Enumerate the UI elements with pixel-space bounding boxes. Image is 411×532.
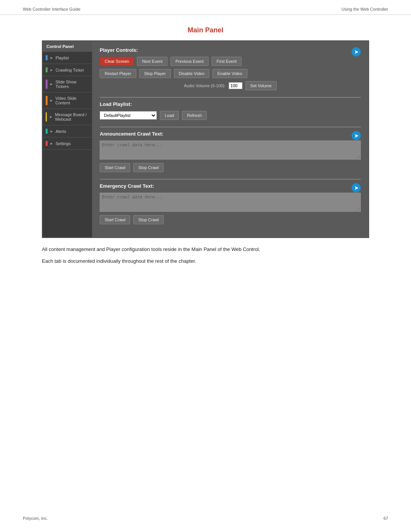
stop-player-button[interactable]: Stop Player	[139, 69, 171, 78]
sidebar-item-alerts[interactable]: ► Alerts	[43, 125, 92, 137]
sidebar-item-playlist[interactable]: ► Playlist	[43, 52, 92, 64]
main-panel-screenshot: Control Panel ► Playlist ► Crawling Tick…	[42, 40, 369, 238]
emergency-crawl-textarea[interactable]	[100, 193, 361, 212]
slideshow-tickers-color-bar	[46, 80, 48, 89]
alerts-color-bar	[46, 129, 48, 134]
divider-1	[100, 97, 361, 97]
player-controls-section: Player Controls: ➤ Clear Screen Next Eve…	[100, 47, 361, 90]
next-event-button[interactable]: Next Event	[137, 57, 167, 66]
announcement-crawl-section: Announcement Crawl Text: ➤ Start Crawl S…	[100, 131, 361, 172]
divider-3	[100, 179, 361, 179]
sidebar-item-settings[interactable]: ► Settings	[43, 137, 92, 150]
volume-row: Audio Volume (0-100): Set Volume	[100, 81, 361, 90]
player-controls-info-icon[interactable]: ➤	[352, 47, 361, 56]
start-crawl-button-announcement[interactable]: Start Crawl	[100, 163, 130, 172]
sidebar-item-video-slide[interactable]: ► Video Slide Content	[43, 93, 92, 109]
sidebar-header: Control Panel	[43, 41, 92, 52]
set-volume-button[interactable]: Set Volume	[245, 81, 277, 90]
volume-input[interactable]	[229, 82, 242, 89]
announcement-crawl-title: Announcement Crawl Text:	[100, 131, 361, 137]
page-content: Main Panel Control Panel ► Playlist ► Cr…	[0, 15, 411, 284]
sidebar-item-label-playlist: Playlist	[56, 56, 69, 60]
stop-crawl-button-announcement[interactable]: Stop Crawl	[133, 163, 164, 172]
sidebar-item-label-crawling-ticker: Crawling Ticker	[56, 68, 84, 72]
sidebar-item-label-settings: Settings	[56, 141, 71, 146]
playlist-row: DefaultPlaylist Load Refresh	[100, 111, 361, 120]
alerts-arrow: ►	[50, 129, 53, 133]
sidebar-item-slideshow-tickers[interactable]: ► Slide Show Tickers	[43, 76, 92, 93]
clear-screen-button[interactable]: Clear Screen	[100, 57, 134, 66]
sidebar-item-label-video-slide: Video Slide Content	[55, 96, 89, 105]
load-playlist-title: Load Playlist:	[100, 101, 361, 107]
sidebar-item-label-alerts: Alerts	[56, 129, 66, 134]
playlist-color-bar	[46, 55, 48, 60]
video-slide-arrow: ►	[50, 99, 53, 102]
emergency-crawl-buttons: Start Crawl Stop Crawl	[100, 215, 361, 224]
disable-video-button[interactable]: Disable Video	[174, 69, 210, 78]
description-block: All content management and Player config…	[42, 246, 369, 265]
settings-arrow: ►	[50, 142, 53, 145]
header-right: Using the Web Controller	[341, 7, 388, 11]
description-line1: All content management and Player config…	[42, 246, 369, 254]
playlist-select[interactable]: DefaultPlaylist	[100, 111, 157, 120]
start-crawl-button-emergency[interactable]: Start Crawl	[100, 215, 130, 224]
settings-color-bar	[46, 141, 48, 146]
slideshow-tickers-arrow: ►	[50, 82, 53, 86]
sidebar-item-label-slideshow-tickers: Slide Show Tickers	[56, 80, 89, 89]
playlist-arrow: ►	[50, 56, 53, 60]
footer-left: Polycom, Inc.	[23, 516, 48, 521]
restart-player-button[interactable]: Restart Player	[100, 69, 136, 78]
sidebar-header-text: Control Panel	[46, 44, 74, 49]
previous-event-button[interactable]: Previous Event	[170, 57, 209, 66]
announcement-crawl-buttons: Start Crawl Stop Crawl	[100, 163, 361, 172]
crawling-ticker-color-bar	[46, 67, 48, 72]
player-controls-title: Player Controls:	[100, 47, 361, 53]
announcement-crawl-info-icon[interactable]: ➤	[352, 131, 361, 140]
page-title: Main Panel	[23, 26, 388, 34]
sidebar-item-crawling-ticker[interactable]: ► Crawling Ticker	[43, 64, 92, 76]
enable-video-button[interactable]: Enable Video	[212, 69, 247, 78]
emergency-crawl-title: Emergency Crawl Text:	[100, 183, 361, 189]
crawling-ticker-arrow: ►	[50, 68, 53, 72]
stop-crawl-button-emergency[interactable]: Stop Crawl	[133, 215, 164, 224]
first-event-button[interactable]: First Event	[212, 57, 242, 66]
page-footer: Polycom, Inc. 67	[23, 516, 388, 521]
divider-2	[100, 127, 361, 127]
refresh-playlist-button[interactable]: Refresh	[182, 111, 207, 120]
volume-label: Audio Volume (0-100):	[184, 83, 225, 88]
player-controls-row1: Clear Screen Next Event Previous Event F…	[100, 57, 361, 66]
load-playlist-button[interactable]: Load	[160, 111, 179, 120]
video-slide-color-bar	[46, 96, 48, 105]
emergency-crawl-section: Emergency Crawl Text: ➤ Start Crawl Stop…	[100, 183, 361, 224]
emergency-crawl-info-icon[interactable]: ➤	[352, 183, 361, 192]
sidebar: Control Panel ► Playlist ► Crawling Tick…	[43, 41, 92, 237]
player-controls-row2: Restart Player Stop Player Disable Video…	[100, 69, 361, 78]
message-board-arrow: ►	[49, 115, 53, 119]
main-content-area: Player Controls: ➤ Clear Screen Next Eve…	[92, 41, 368, 237]
header-left: Web Controller Interface Guide	[23, 7, 80, 11]
page-header: Web Controller Interface Guide Using the…	[0, 0, 411, 15]
sidebar-item-label-message-board: Message Board / Webcast	[55, 112, 89, 121]
description-line2: Each tab is documented individually thro…	[42, 257, 369, 265]
sidebar-item-message-board[interactable]: ► Message Board / Webcast	[43, 109, 92, 125]
message-board-color-bar	[46, 112, 47, 121]
load-playlist-section: Load Playlist: DefaultPlaylist Load Refr…	[100, 101, 361, 120]
footer-right: 67	[384, 516, 388, 521]
announcement-crawl-textarea[interactable]	[100, 141, 361, 160]
